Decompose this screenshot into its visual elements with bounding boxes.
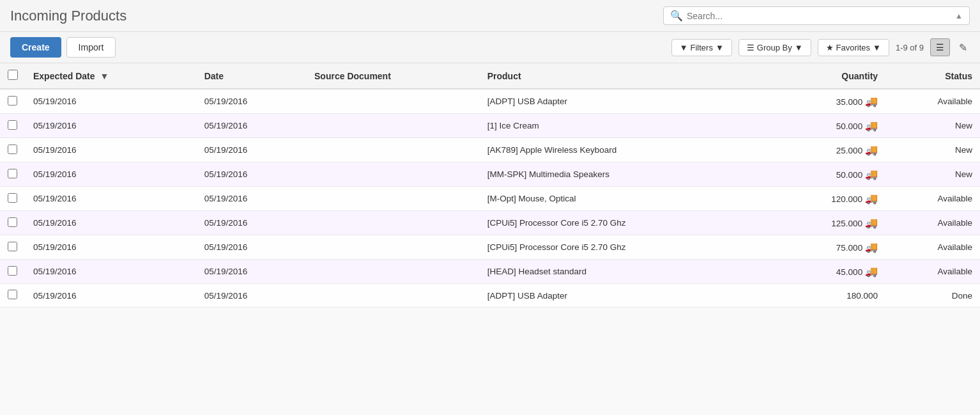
list-view-button[interactable]: ☰ bbox=[930, 38, 950, 56]
row-checkbox-cell[interactable] bbox=[0, 235, 26, 260]
truck-icon: 🚚 bbox=[865, 145, 878, 155]
col-source-document[interactable]: Source Document bbox=[307, 63, 480, 89]
search-collapse-icon[interactable]: ▲ bbox=[955, 12, 963, 20]
search-input[interactable] bbox=[687, 11, 955, 21]
cell-source-document bbox=[307, 89, 480, 114]
table-row[interactable]: 05/19/201605/19/2016[MM-SPK] Multimedia … bbox=[0, 162, 980, 187]
row-checkbox-cell[interactable] bbox=[0, 114, 26, 138]
table-row[interactable]: 05/19/201605/19/2016[HEAD] Headset stand… bbox=[0, 260, 980, 284]
create-button[interactable]: Create bbox=[10, 37, 61, 58]
filters-button[interactable]: ▼ Filters ▼ bbox=[671, 39, 732, 56]
quantity-value: 125.000 bbox=[831, 219, 862, 228]
select-all-col[interactable] bbox=[0, 63, 26, 89]
cell-expected-date: 05/19/2016 bbox=[26, 162, 197, 187]
row-checkbox[interactable] bbox=[8, 145, 17, 154]
row-checkbox-cell[interactable] bbox=[0, 162, 26, 187]
cell-source-document bbox=[307, 114, 480, 138]
cell-product: [MM-SPK] Multimedia Speakers bbox=[480, 162, 769, 187]
cell-product: [ADPT] USB Adapter bbox=[480, 89, 769, 114]
cell-product: [M-Opt] Mouse, Optical bbox=[480, 187, 769, 211]
groupby-arrow-icon: ▼ bbox=[795, 43, 803, 52]
row-checkbox-cell[interactable] bbox=[0, 187, 26, 211]
cell-status: Available bbox=[885, 260, 980, 284]
favorites-button[interactable]: ★ Favorites ▼ bbox=[818, 39, 889, 56]
row-checkbox[interactable] bbox=[8, 193, 17, 203]
quantity-value: 50.000 bbox=[836, 170, 862, 180]
toolbar-right: ▼ Filters ▼ ☰ Group By ▼ ★ Favorites ▼ 1… bbox=[671, 38, 970, 56]
row-checkbox-cell[interactable] bbox=[0, 260, 26, 284]
table-row[interactable]: 05/19/201605/19/2016[ADPT] USB Adapter35… bbox=[0, 89, 980, 114]
truck-icon: 🚚 bbox=[865, 169, 878, 180]
cell-quantity: 25.000🚚 bbox=[769, 138, 885, 162]
cell-status: Available bbox=[885, 235, 980, 260]
col-date[interactable]: Date bbox=[197, 63, 307, 89]
cell-product: [CPUi5] Processor Core i5 2.70 Ghz bbox=[480, 211, 769, 235]
quantity-value: 45.000 bbox=[836, 267, 862, 277]
row-checkbox[interactable] bbox=[8, 96, 17, 106]
cell-expected-date: 05/19/2016 bbox=[26, 284, 197, 308]
col-quantity[interactable]: Quantity bbox=[769, 63, 885, 89]
edit-columns-button[interactable]: ✎ bbox=[956, 39, 970, 56]
table-row[interactable]: 05/19/201605/19/2016[CPUi5] Processor Co… bbox=[0, 235, 980, 260]
cell-quantity: 45.000🚚 bbox=[769, 260, 885, 284]
col-status[interactable]: Status bbox=[885, 63, 980, 89]
cell-date: 05/19/2016 bbox=[197, 187, 307, 211]
filter-icon: ▼ bbox=[680, 43, 688, 52]
cell-expected-date: 05/19/2016 bbox=[26, 114, 197, 138]
favorites-arrow-icon: ▼ bbox=[873, 43, 881, 52]
groupby-button[interactable]: ☰ Group By ▼ bbox=[739, 39, 811, 56]
incoming-products-table: Expected Date ▼ Date Source Document Pro… bbox=[0, 63, 980, 308]
cell-quantity: 50.000🚚 bbox=[769, 114, 885, 138]
truck-icon: 🚚 bbox=[865, 266, 878, 277]
toolbar-left: Create Import bbox=[10, 37, 116, 58]
cell-date: 05/19/2016 bbox=[197, 138, 307, 162]
page-title: Incoming Products bbox=[10, 8, 126, 24]
cell-date: 05/19/2016 bbox=[197, 89, 307, 114]
cell-status: New bbox=[885, 162, 980, 187]
cell-expected-date: 05/19/2016 bbox=[26, 89, 197, 114]
row-checkbox[interactable] bbox=[8, 169, 17, 178]
table-row[interactable]: 05/19/201605/19/2016[AK789] Apple Wirele… bbox=[0, 138, 980, 162]
quantity-value: 180.000 bbox=[846, 291, 878, 301]
cell-status: Done bbox=[885, 284, 980, 308]
cell-source-document bbox=[307, 260, 480, 284]
cell-status: New bbox=[885, 138, 980, 162]
cell-quantity: 180.000 bbox=[769, 284, 885, 308]
import-button[interactable]: Import bbox=[66, 37, 116, 58]
select-all-checkbox[interactable] bbox=[8, 70, 18, 80]
search-bar[interactable]: 🔍 ▲ bbox=[663, 6, 970, 25]
row-checkbox-cell[interactable] bbox=[0, 211, 26, 235]
truck-icon: 🚚 bbox=[865, 96, 878, 107]
col-quantity-label: Quantity bbox=[841, 71, 878, 81]
col-product[interactable]: Product bbox=[480, 63, 769, 89]
truck-icon: 🚚 bbox=[865, 217, 878, 228]
table-row[interactable]: 05/19/201605/19/2016[1] Ice Cream50.000🚚… bbox=[0, 114, 980, 138]
cell-product: [AK789] Apple Wireless Keyboard bbox=[480, 138, 769, 162]
table-row[interactable]: 05/19/201605/19/2016[ADPT] USB Adapter18… bbox=[0, 284, 980, 308]
truck-icon: 🚚 bbox=[865, 120, 878, 131]
row-checkbox[interactable] bbox=[8, 266, 17, 276]
col-expected-date[interactable]: Expected Date ▼ bbox=[26, 63, 197, 89]
search-icon: 🔍 bbox=[670, 10, 683, 22]
row-checkbox[interactable] bbox=[8, 217, 17, 227]
favorites-label: Favorites bbox=[836, 43, 870, 52]
filters-label: Filters bbox=[691, 43, 713, 52]
row-checkbox[interactable] bbox=[8, 290, 17, 299]
row-checkbox-cell[interactable] bbox=[0, 138, 26, 162]
cell-source-document bbox=[307, 162, 480, 187]
cell-quantity: 50.000🚚 bbox=[769, 162, 885, 187]
row-checkbox[interactable] bbox=[8, 120, 17, 130]
cell-product: [CPUi5] Processor Core i5 2.70 Ghz bbox=[480, 235, 769, 260]
table-row[interactable]: 05/19/201605/19/2016[M-Opt] Mouse, Optic… bbox=[0, 187, 980, 211]
quantity-value: 50.000 bbox=[836, 121, 862, 131]
cell-product: [ADPT] USB Adapter bbox=[480, 284, 769, 308]
cell-source-document bbox=[307, 211, 480, 235]
cell-status: Available bbox=[885, 187, 980, 211]
cell-expected-date: 05/19/2016 bbox=[26, 235, 197, 260]
row-checkbox-cell[interactable] bbox=[0, 89, 26, 114]
cell-date: 05/19/2016 bbox=[197, 284, 307, 308]
table-row[interactable]: 05/19/201605/19/2016[CPUi5] Processor Co… bbox=[0, 211, 980, 235]
quantity-value: 25.000 bbox=[836, 146, 862, 155]
row-checkbox[interactable] bbox=[8, 242, 17, 251]
row-checkbox-cell[interactable] bbox=[0, 284, 26, 308]
